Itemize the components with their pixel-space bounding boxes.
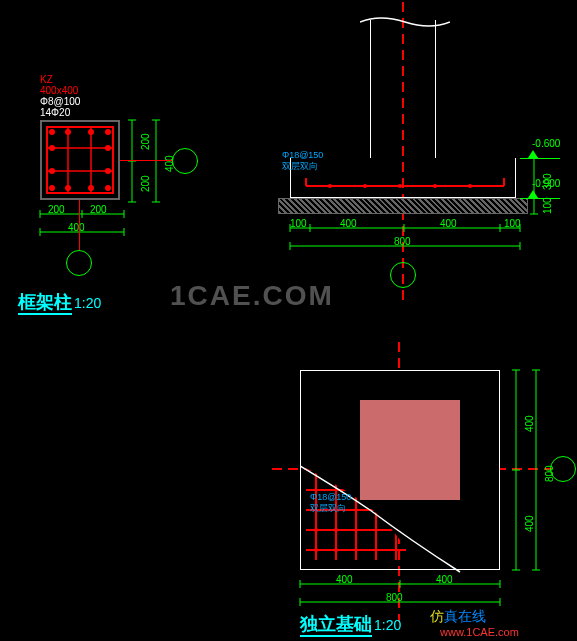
column-title-row: 框架柱1:20: [18, 290, 101, 314]
dim-v200b: 200: [140, 175, 151, 192]
plan-rebar-note2: 双层双向: [310, 502, 346, 515]
svg-point-7: [105, 129, 111, 135]
ground-break-icon: [360, 14, 450, 30]
section-grid-bubble: [390, 262, 416, 288]
sec-dim-400b: 400: [440, 218, 457, 229]
svg-point-8: [49, 145, 55, 151]
watermark-center: 1CAE.COM: [170, 280, 334, 312]
svg-point-31: [328, 184, 332, 188]
svg-point-5: [65, 129, 71, 135]
sec-dim-100b: 100: [504, 218, 521, 229]
svg-point-32: [363, 184, 367, 188]
watermark-brand: 仿真在线: [430, 608, 486, 626]
column-axis-v: [79, 200, 80, 250]
watermark-brand-a: 仿: [430, 608, 444, 624]
svg-point-4: [49, 129, 55, 135]
column-title: 框架柱: [18, 292, 72, 315]
column-kz-label: KZ: [40, 74, 53, 85]
plan-dim-v400b: 400: [524, 515, 535, 532]
svg-point-9: [105, 145, 111, 151]
svg-point-6: [88, 129, 94, 135]
dim-200b: 200: [90, 204, 107, 215]
section-rebar-note2: 双层双向: [282, 160, 318, 173]
section-dim-vertical: [524, 156, 544, 218]
plan-dim-800: 800: [386, 592, 403, 603]
svg-point-14: [88, 185, 94, 191]
column-longbar-label: 14Φ20: [40, 107, 70, 118]
plan-dim-400b: 400: [436, 574, 453, 585]
dim-200a: 200: [48, 204, 65, 215]
column-stirrup-label: Φ8@100: [40, 96, 80, 107]
plan-rebar-note: Φ18@150: [310, 492, 351, 502]
column-axis-h: [120, 160, 172, 161]
watermark-url: www.1CAE.com: [440, 626, 519, 638]
svg-point-11: [105, 168, 111, 174]
column-scale: 1:20: [74, 295, 101, 311]
sec-dim-400a: 400: [340, 218, 357, 229]
dim-v200a: 200: [140, 133, 151, 150]
plan-dim-400a: 400: [336, 574, 353, 585]
column-rebar-icon: [46, 126, 114, 194]
svg-point-15: [105, 185, 111, 191]
plan-dim-v400a: 400: [524, 415, 535, 432]
dim-h100: 100: [542, 197, 553, 214]
footing-title-row: 独立基础1:20: [300, 612, 401, 636]
grid-bubble-bottom: [66, 250, 92, 276]
column-size-label: 400x400: [40, 85, 78, 96]
plan-grid-bubble-right: [550, 456, 576, 482]
footing-title: 独立基础: [300, 614, 372, 637]
section-rebar-note: Φ18@150: [282, 150, 323, 160]
svg-point-34: [433, 184, 437, 188]
sec-dim-800: 800: [394, 236, 411, 247]
svg-point-33: [398, 184, 402, 188]
elev-top: -0.600: [532, 138, 560, 149]
sec-dim-100a: 100: [290, 218, 307, 229]
dim-h300: 300: [542, 173, 553, 190]
svg-point-35: [468, 184, 472, 188]
bedding-hatch: [278, 198, 528, 214]
footing-plan-outline-top: [300, 370, 500, 570]
grid-bubble-right: [172, 148, 198, 174]
svg-point-10: [49, 168, 55, 174]
section-column: [370, 20, 436, 158]
footing-scale: 1:20: [374, 617, 401, 633]
dim-400: 400: [68, 222, 85, 233]
svg-point-12: [49, 185, 55, 191]
section-rebar-icon: [300, 178, 510, 192]
svg-point-13: [65, 185, 71, 191]
watermark-brand-b: 真在线: [444, 608, 486, 624]
